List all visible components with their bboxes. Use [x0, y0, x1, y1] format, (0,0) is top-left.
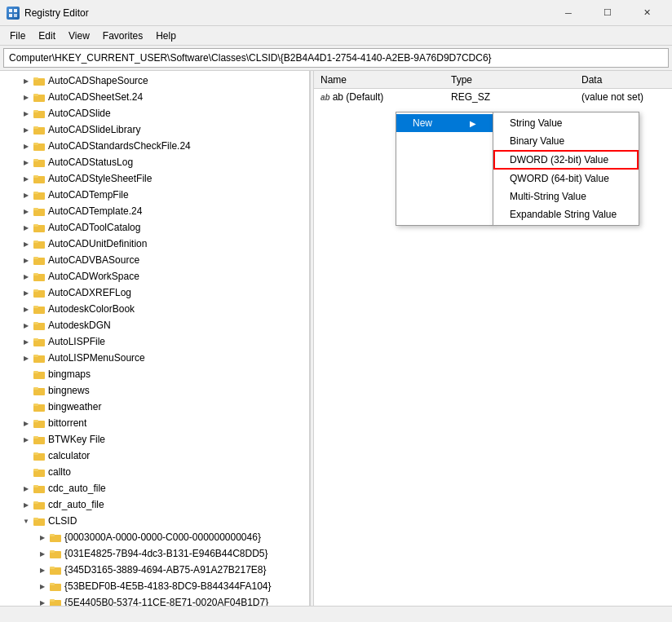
tree-item[interactable]: bingweather [0, 399, 309, 415]
tree-item-label: AutodeskDGN [48, 320, 111, 331]
menu-edit[interactable]: Edit [32, 29, 62, 43]
tree-item[interactable]: ▶ BTWKey File [0, 431, 309, 448]
tree-expand-icon[interactable]: ▶ [36, 531, 49, 544]
svg-rect-49 [33, 436, 38, 439]
tree-item[interactable]: ▶ cdc_auto_file [0, 480, 309, 496]
tree-expand-icon[interactable]: ▶ [20, 335, 33, 348]
status-bar [0, 606, 672, 622]
tree-expand-icon[interactable]: ▶ [20, 351, 33, 364]
tree-item[interactable]: ▶ {5E4405B0-5374-11CE-8E71-0020AF04B1D7} [0, 594, 309, 606]
tree-item[interactable]: bingnews [0, 382, 309, 399]
submenu-value-item[interactable]: Expandable String Value [493, 205, 639, 223]
tree-expand-icon[interactable]: ▶ [20, 417, 33, 430]
submenu-value-item[interactable]: Binary Value [493, 132, 639, 150]
tree-panel[interactable]: ▶ AutoCADShapeSource▶ AutoCADSheetSet.24… [0, 71, 310, 606]
submenu-value-item[interactable]: String Value [493, 114, 639, 132]
tree-expand-icon[interactable]: ▶ [20, 90, 33, 104]
tree-expand-icon[interactable]: ▶ [36, 547, 49, 560]
tree-item[interactable]: ▶ {031E4825-7B94-4dc3-B131-E946B44C8DD5} [0, 545, 309, 562]
tree-expand-icon[interactable]: ▶ [20, 221, 33, 234]
tree-item[interactable]: ▶ AutodeskColorBook [0, 301, 309, 317]
tree-expand-icon[interactable]: ▶ [20, 172, 33, 185]
tree-item-label: {0003000A-0000-0000-C000-000000000046} [64, 532, 261, 543]
menu-help[interactable]: Help [149, 29, 183, 43]
tree-item[interactable]: ▶ {345D3165-3889-4694-AB75-A91A27B217E8} [0, 562, 309, 578]
submenu-values[interactable]: String ValueBinary ValueDWORD (32-bit) V… [493, 112, 639, 226]
tree-item[interactable]: ▶ AutoLISPMenuSource [0, 350, 309, 366]
tree-item[interactable]: ▶ AutoLISPFile [0, 333, 309, 350]
tree-expand-icon[interactable]: ▶ [36, 563, 49, 576]
tree-item[interactable]: ▶ AutoCADSlideLibrary [0, 121, 309, 138]
tree-expand-icon[interactable]: ▶ [36, 580, 49, 593]
table-row[interactable]: abab (Default)REG_SZ(value not set) [314, 89, 672, 105]
tree-expand-icon[interactable]: ▶ [20, 319, 33, 332]
tree-item[interactable]: ▶ AutoCADTemplate.24 [0, 203, 309, 219]
tree-item[interactable]: ▶ AutoCADStatusLog [0, 154, 309, 170]
tree-expand-icon[interactable] [20, 465, 33, 479]
tree-item[interactable]: ▶ AutoCADTempFile [0, 187, 309, 203]
tree-item[interactable]: ▶ AutoCADVBASource [0, 252, 309, 268]
tree-item[interactable]: ▶ {53BEDF0B-4E5B-4183-8DC9-B844344FA104} [0, 578, 309, 594]
tree-expand-icon[interactable]: ▶ [20, 254, 33, 267]
menu-view[interactable]: View [62, 29, 96, 43]
tree-item[interactable]: ▶ AutoCADXREFLog [0, 285, 309, 301]
tree-expand-icon[interactable] [20, 449, 33, 462]
tree-expand-icon[interactable]: ▶ [20, 139, 33, 152]
folder-icon [33, 400, 46, 413]
maximize-button[interactable]: ☐ [589, 0, 626, 26]
submenu-value-item[interactable]: DWORD (32-bit) Value [493, 150, 639, 170]
tree-expand-icon[interactable]: ▶ [36, 596, 49, 606]
menu-favorites[interactable]: Favorites [96, 29, 149, 43]
tree-expand-icon[interactable]: ▶ [20, 433, 33, 446]
submenu-value-item[interactable]: QWORD (64-bit) Value [493, 170, 639, 187]
tree-item-label: calculator [48, 450, 90, 461]
tree-expand-icon[interactable]: ▶ [20, 482, 33, 495]
tree-item[interactable]: ▶ AutoCADShapeSource [0, 73, 309, 89]
tree-expand-icon[interactable] [20, 384, 33, 397]
menu-file[interactable]: File [3, 29, 32, 43]
folder-icon [33, 139, 46, 152]
tree-expand-icon[interactable]: ▶ [20, 237, 33, 250]
tree-item[interactable]: ▶ AutoCADSlide [0, 105, 309, 121]
tree-expand-icon[interactable]: ▼ [20, 514, 33, 527]
folder-icon [33, 156, 46, 169]
tree-item-label: AutoCADSlide [48, 108, 111, 119]
tree-expand-icon[interactable]: ▶ [20, 188, 33, 201]
tree-expand-icon[interactable]: ▶ [20, 123, 33, 136]
tree-item[interactable]: ▶ cdr_auto_file [0, 496, 309, 513]
tree-item[interactable]: ▶ AutodeskDGN [0, 317, 309, 333]
tree-item[interactable]: ▶ AutoCADSheetSet.24 [0, 89, 309, 105]
tree-expand-icon[interactable]: ▶ [20, 498, 33, 511]
tree-item[interactable]: calculator [0, 448, 309, 464]
minimize-button[interactable]: ─ [550, 0, 587, 26]
tree-item[interactable]: ▶ {0003000A-0000-0000-C000-000000000046} [0, 529, 309, 545]
tree-expand-icon[interactable]: ▶ [20, 205, 33, 218]
tree-item[interactable]: ▶ AutoCADToolCatalog [0, 219, 309, 236]
tree-expand-icon[interactable]: ▶ [20, 270, 33, 283]
tree-item-label: AutoCADTemplate.24 [48, 205, 142, 217]
tree-item[interactable]: callto [0, 464, 309, 480]
tree-expand-icon[interactable]: ▶ [20, 74, 33, 87]
tree-expand-icon[interactable]: ▶ [20, 107, 33, 120]
address-bar[interactable]: Computer\HKEY_CURRENT_USER\Software\Clas… [3, 48, 669, 68]
tree-expand-icon[interactable] [20, 400, 33, 413]
close-button[interactable]: ✕ [628, 0, 665, 26]
folder-icon [33, 286, 46, 299]
tree-expand-icon[interactable]: ▶ [20, 156, 33, 169]
tree-item[interactable]: ▶ AutoCADUnitDefinition [0, 236, 309, 252]
submenu-new-item[interactable]: New ▶ [396, 114, 493, 132]
tree-item[interactable]: ▶ AutoCADWorkSpace [0, 268, 309, 285]
tree-expand-icon[interactable]: ▶ [20, 302, 33, 315]
tree-item[interactable]: ▼ CLSID [0, 513, 309, 529]
tree-expand-icon[interactable] [20, 368, 33, 381]
tree-expand-icon[interactable]: ▶ [20, 286, 33, 299]
folder-icon [49, 531, 62, 544]
submenu-value-item[interactable]: Multi-String Value [493, 187, 639, 205]
submenu-new[interactable]: New ▶ [396, 112, 493, 226]
title-bar: Registry Editor ─ ☐ ✕ [0, 0, 672, 26]
tree-item[interactable]: ▶ AutoCADStandardsCheckFile.24 [0, 138, 309, 154]
tree-item[interactable]: ▶ AutoCADStyleSheetFile [0, 170, 309, 187]
tree-item[interactable]: bingmaps [0, 366, 309, 382]
tree-item[interactable]: ▶ bittorrent [0, 415, 309, 431]
svg-rect-53 [33, 469, 38, 471]
